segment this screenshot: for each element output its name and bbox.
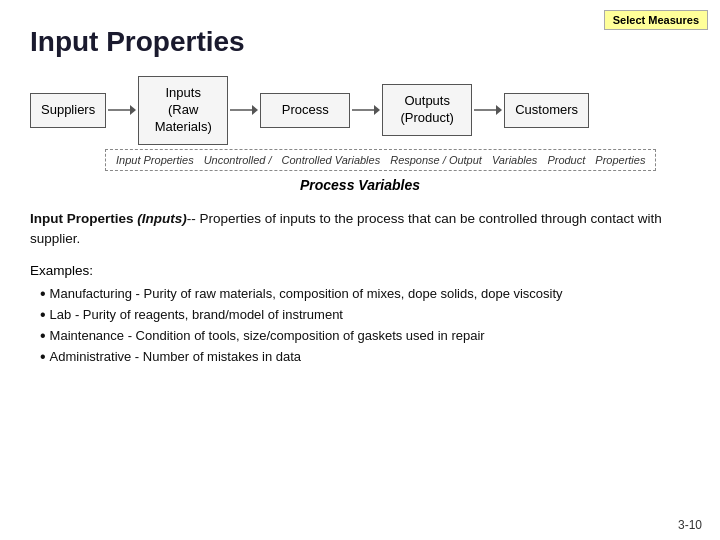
page-title: Input Properties	[30, 26, 690, 58]
body-bold-prefix: Input Properties	[30, 211, 137, 226]
bullet-dot-3: •	[40, 326, 46, 347]
list-item: • Lab - Purity of reagents, brand/model …	[40, 305, 690, 326]
arrow-4	[474, 100, 502, 120]
outputs-line1: Outputs	[404, 93, 450, 108]
svg-marker-7	[496, 105, 502, 115]
dashed-response-output: Response / Output	[390, 154, 482, 166]
dashed-product: Product	[547, 154, 585, 166]
arrow-2	[230, 100, 258, 120]
arrow-1	[108, 100, 136, 120]
body-text: Input Properties (Inputs)-- Properties o…	[30, 209, 690, 250]
body-bold-italic: (Inputs)	[137, 211, 187, 226]
inputs-line1: Inputs	[165, 85, 200, 100]
dashed-uncontrolled: Uncontrolled /	[204, 154, 272, 166]
outputs-line2: (Product)	[400, 110, 453, 125]
customers-box: Customers	[504, 93, 589, 128]
dashed-properties: Properties	[595, 154, 645, 166]
examples-label: Examples:	[30, 263, 690, 278]
bullet-dot-2: •	[40, 305, 46, 326]
flow-diagram: Suppliers Inputs (Raw Materials) Process	[30, 76, 690, 145]
bullet-text-2: Lab - Purity of reagents, brand/model of…	[50, 305, 343, 326]
list-item: • Manufacturing - Purity of raw material…	[40, 284, 690, 305]
bullet-dot-1: •	[40, 284, 46, 305]
bullet-text-1: Manufacturing - Purity of raw materials,…	[50, 284, 563, 305]
dashed-variables: Variables	[492, 154, 537, 166]
page-number: 3-10	[678, 518, 702, 532]
outputs-box: Outputs (Product)	[382, 84, 472, 136]
select-measures-button[interactable]: Select Measures	[604, 10, 708, 30]
svg-marker-1	[130, 105, 136, 115]
bullet-list: • Manufacturing - Purity of raw material…	[40, 284, 690, 367]
list-item: • Administrative - Number of mistakes in…	[40, 347, 690, 368]
dashed-controlled: Controlled Variables	[282, 154, 381, 166]
inputs-line3: Materials)	[155, 119, 212, 134]
list-item: • Maintenance - Condition of tools, size…	[40, 326, 690, 347]
bullet-dot-4: •	[40, 347, 46, 368]
dashed-input-properties: Input Properties	[116, 154, 194, 166]
slide: Select Measures Input Properties Supplie…	[0, 0, 720, 540]
svg-marker-3	[252, 105, 258, 115]
arrow-3	[352, 100, 380, 120]
process-variables-label: Process Variables	[30, 177, 690, 193]
variables-row: Input Properties Uncontrolled / Controll…	[105, 149, 690, 171]
inputs-box: Inputs (Raw Materials)	[138, 76, 228, 145]
suppliers-box: Suppliers	[30, 93, 106, 128]
process-box: Process	[260, 93, 350, 128]
bullet-text-3: Maintenance - Condition of tools, size/c…	[50, 326, 485, 347]
dashed-variables-box: Input Properties Uncontrolled / Controll…	[105, 149, 656, 171]
inputs-line2: (Raw	[168, 102, 198, 117]
bullet-text-4: Administrative - Number of mistakes in d…	[50, 347, 301, 368]
svg-marker-5	[374, 105, 380, 115]
